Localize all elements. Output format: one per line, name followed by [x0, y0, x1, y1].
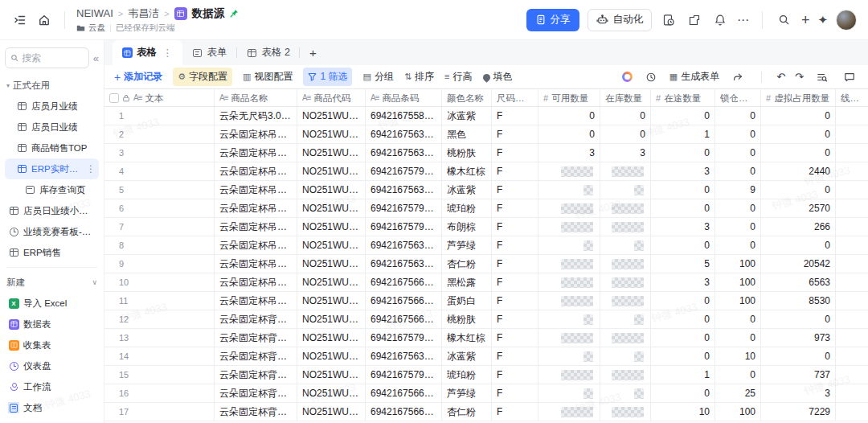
- available-qty-cell[interactable]: [538, 329, 600, 347]
- sidebar-item-document[interactable]: 文档: [5, 397, 99, 418]
- sidebar-item-dashboard[interactable]: 仪表盘: [5, 355, 99, 376]
- product-name-cell[interactable]: 云朵固定杯吊带文胸: [215, 273, 297, 291]
- column-header-barcode[interactable]: A≡商品条码: [366, 89, 442, 106]
- row-number-cell[interactable]: 2: [104, 125, 215, 143]
- instock-qty-cell[interactable]: [600, 181, 651, 199]
- barcode-cell[interactable]: 6942167579941: [366, 218, 442, 236]
- barcode-cell[interactable]: 6942167563285: [366, 181, 442, 199]
- row-number-cell[interactable]: 17: [104, 403, 215, 421]
- table-row[interactable]: 13 云朵固定杯背心文胸 NO251WU11... 6942167579910 …: [104, 329, 868, 347]
- product-code-cell[interactable]: NO251WU11...: [297, 273, 366, 291]
- row-number-cell[interactable]: 15: [104, 366, 215, 384]
- size-cell[interactable]: F: [492, 329, 538, 347]
- row-number-cell[interactable]: 8: [104, 236, 215, 254]
- sidebar-section-active[interactable]: ▾ 正式在用: [5, 75, 99, 96]
- instock-qty-cell[interactable]: [600, 292, 651, 310]
- barcode-cell[interactable]: 6942167566750: [366, 310, 442, 328]
- size-cell[interactable]: F: [492, 384, 538, 402]
- sidebar-item-top[interactable]: 商品销售TOP: [5, 138, 99, 158]
- table-row[interactable]: 17 云朵固定杯背心文胸 NO251WU11... 6942167566774 …: [104, 403, 868, 421]
- product-name-cell[interactable]: 云朵固定杯背心文胸: [215, 403, 297, 421]
- product-code-cell[interactable]: NO251WU11...: [297, 329, 366, 347]
- ai-sparkle-icon[interactable]: ✦: [817, 14, 828, 26]
- sidebar-item-collect-form[interactable]: 收集表: [5, 335, 99, 355]
- column-header-product-name[interactable]: A≡商品名称: [215, 89, 297, 106]
- product-name-cell[interactable]: 云朵固定杯吊带文胸: [215, 125, 297, 143]
- column-header-virtual[interactable]: #虚拟占用数量: [761, 89, 836, 106]
- online-qty-cell[interactable]: [836, 236, 868, 254]
- product-name-cell[interactable]: 云朵无尺码3.0背心款...: [215, 107, 297, 125]
- size-cell[interactable]: F: [492, 144, 538, 162]
- virtual-qty-cell[interactable]: 0: [761, 107, 836, 125]
- transit-qty-cell[interactable]: 10: [651, 403, 715, 421]
- product-name-cell[interactable]: 云朵固定杯背心文胸: [215, 384, 297, 402]
- virtual-qty-cell[interactable]: 973: [761, 329, 836, 347]
- redo-icon[interactable]: ↷: [795, 72, 804, 82]
- color-cell[interactable]: 杏仁粉: [442, 255, 492, 273]
- transit-qty-cell[interactable]: 0: [651, 292, 715, 310]
- undo-icon[interactable]: ↶: [776, 72, 785, 82]
- locked-qty-cell[interactable]: 0: [715, 218, 761, 236]
- table-row[interactable]: 1 云朵无尺码3.0背心款... NO251WU11... 6942167558…: [104, 107, 868, 125]
- product-name-cell[interactable]: 云朵固定杯吊带文胸: [215, 292, 297, 310]
- product-name-cell[interactable]: 云朵固定杯吊带文胸: [215, 236, 297, 254]
- row-number-cell[interactable]: 9: [104, 255, 215, 273]
- transit-qty-cell[interactable]: 1: [651, 366, 715, 384]
- column-header-size[interactable]: 尺码名称: [492, 89, 538, 106]
- instock-qty-cell[interactable]: [600, 218, 651, 236]
- locked-qty-cell[interactable]: 100: [715, 273, 761, 291]
- select-all-checkbox[interactable]: [109, 93, 119, 103]
- available-qty-cell[interactable]: 0: [538, 125, 600, 143]
- size-cell[interactable]: F: [492, 162, 538, 180]
- color-cell[interactable]: 杏仁粉: [442, 403, 492, 421]
- product-name-cell[interactable]: 云朵固定杯背心文胸: [215, 310, 297, 328]
- available-qty-cell[interactable]: 0: [538, 107, 600, 125]
- item-menu-icon[interactable]: ⋮: [86, 163, 96, 175]
- size-cell[interactable]: F: [492, 292, 538, 310]
- available-qty-cell[interactable]: [538, 310, 600, 328]
- product-name-cell[interactable]: 云朵固定杯吊带文胸: [215, 255, 297, 273]
- create-new-icon[interactable]: +: [801, 13, 810, 27]
- barcode-cell[interactable]: 6942167563278: [366, 144, 442, 162]
- product-name-cell[interactable]: 云朵固定杯吊带文胸: [215, 218, 297, 236]
- available-qty-cell[interactable]: [538, 218, 600, 236]
- instock-qty-cell[interactable]: [600, 347, 651, 365]
- table-row[interactable]: 2 云朵固定杯吊带文胸 NO251WU11... 6942167563261 黑…: [104, 125, 868, 144]
- product-code-cell[interactable]: NO251WU11...: [297, 310, 366, 328]
- virtual-qty-cell[interactable]: 266: [761, 218, 836, 236]
- view-config-button[interactable]: ▥ 视图配置: [243, 70, 293, 84]
- virtual-qty-cell[interactable]: 0: [761, 347, 836, 365]
- share-view-icon[interactable]: [729, 68, 747, 86]
- instock-qty-cell[interactable]: [600, 162, 651, 180]
- share-button[interactable]: 分享: [526, 9, 579, 31]
- sidebar-item-erp-sales[interactable]: ERP销售: [5, 242, 99, 263]
- product-name-cell[interactable]: 云朵固定杯吊带文胸: [215, 199, 297, 217]
- transit-qty-cell[interactable]: 0: [651, 181, 715, 199]
- product-code-cell[interactable]: NO251WU11...: [297, 162, 366, 180]
- online-qty-cell[interactable]: [836, 162, 868, 180]
- color-cell[interactable]: 橡木红棕: [442, 329, 492, 347]
- online-qty-cell[interactable]: [836, 218, 868, 236]
- transit-qty-cell[interactable]: 3: [651, 218, 715, 236]
- row-number-cell[interactable]: 14: [104, 347, 215, 365]
- product-code-cell[interactable]: NO251WU11...: [297, 125, 366, 143]
- product-code-cell[interactable]: NO251WU11...: [297, 218, 366, 236]
- available-qty-cell[interactable]: [538, 384, 600, 402]
- virtual-qty-cell[interactable]: 2570: [761, 199, 836, 217]
- product-code-cell[interactable]: NO251WU11...: [297, 144, 366, 162]
- sidebar-item-contest-board[interactable]: 业绩竞赛看板-第1组: [5, 221, 99, 242]
- field-config-button[interactable]: ⚙ 字段配置: [173, 68, 232, 86]
- online-qty-cell[interactable]: [836, 384, 868, 402]
- fill-color-button[interactable]: 填色: [483, 70, 513, 84]
- column-header-available[interactable]: #可用数量: [538, 89, 600, 106]
- product-code-cell[interactable]: NO251WU11...: [297, 181, 366, 199]
- available-qty-cell[interactable]: [538, 236, 600, 254]
- sidebar-section-new[interactable]: 新建 ∨: [5, 272, 99, 293]
- size-cell[interactable]: F: [492, 347, 538, 365]
- product-name-cell[interactable]: 云朵固定杯吊带文胸: [215, 162, 297, 180]
- home-icon[interactable]: [35, 11, 53, 29]
- virtual-qty-cell[interactable]: 2440: [761, 162, 836, 180]
- table-row[interactable]: 12 云朵固定杯背心文胸 NO251WU11... 6942167566750 …: [104, 310, 868, 329]
- page-title[interactable]: 数据源: [192, 6, 225, 21]
- product-code-cell[interactable]: NO251WU11...: [297, 347, 366, 365]
